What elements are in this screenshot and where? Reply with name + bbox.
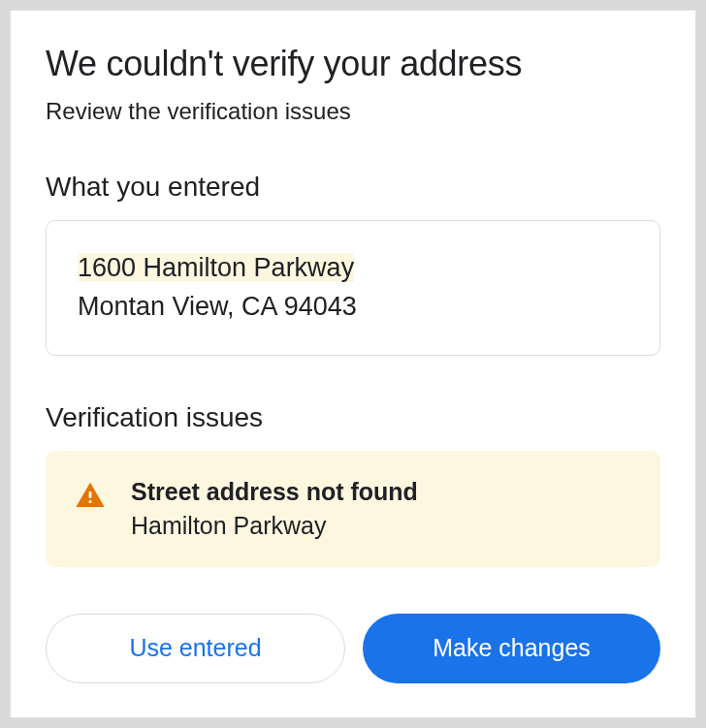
issue-detail: Hamilton Parkway	[131, 512, 631, 540]
entered-heading: What you entered	[46, 172, 660, 203]
entered-address-box: 1600 Hamilton Parkway Montan View, CA 94…	[46, 220, 660, 356]
dialog-title: We couldn't verify your address	[46, 44, 660, 84]
warning-icon	[75, 480, 106, 511]
verification-issue-box: Street address not found Hamilton Parkwa…	[46, 451, 660, 567]
issue-content: Street address not found Hamilton Parkwa…	[131, 478, 631, 540]
issues-heading: Verification issues	[46, 402, 660, 433]
address-line-1: 1600 Hamilton Parkway	[78, 253, 354, 282]
address-line-2: Montan View, CA 94043	[78, 289, 628, 326]
issue-title: Street address not found	[131, 478, 631, 506]
make-changes-button[interactable]: Make changes	[363, 614, 660, 683]
button-row: Use entered Make changes	[46, 614, 660, 683]
dialog-subtitle: Review the verification issues	[46, 98, 660, 125]
address-verification-dialog: We couldn't verify your address Review t…	[10, 10, 696, 718]
use-entered-button[interactable]: Use entered	[46, 614, 345, 683]
